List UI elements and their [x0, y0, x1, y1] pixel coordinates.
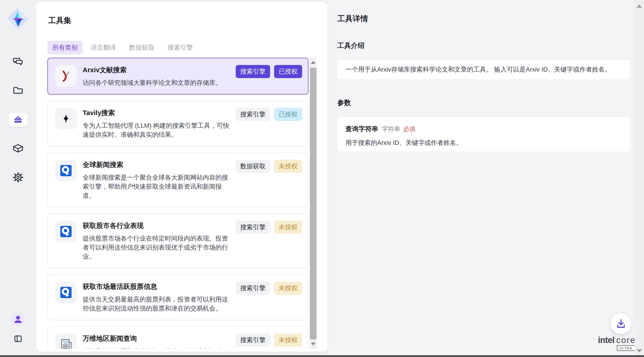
params-heading: 参数 — [337, 98, 634, 107]
blue-q-app-icon — [55, 221, 77, 242]
tool-name: Arxiv文献搜索 — [83, 65, 222, 75]
user-avatar[interactable] — [11, 313, 25, 326]
core-wordmark: core — [616, 335, 636, 345]
scroll-down-arrow-icon[interactable] — [311, 343, 316, 346]
category-badge: 数据获取 — [236, 160, 270, 173]
list-item-sector-performance[interactable]: 获取股市各行业表现 提供股票市场各个行业在特定时间段内的表现。投资者可以利用这些… — [48, 214, 308, 268]
parameter-description: 用于搜索的Arxiv ID、关键字或作者姓名。 — [346, 139, 622, 147]
toolset-panel: 工具集 所有类别 语言翻译 数据获取 搜索引擎 Arxiv文献搜索 — [36, 2, 327, 352]
intel-wordmark: intel — [598, 335, 614, 345]
category-tabs: 所有类别 语言翻译 数据获取 搜索引擎 — [48, 41, 198, 54]
category-badge: 搜索引擎 — [236, 221, 270, 234]
tab-translation[interactable]: 语言翻译 — [86, 41, 121, 54]
chat-icon — [12, 55, 24, 67]
app-window: 工具集 所有类别 语言翻译 数据获取 搜索引擎 Arxiv文献搜索 — [0, 0, 644, 357]
scroll-down-arrow-icon[interactable] — [636, 349, 642, 353]
parameter-name: 查询字符串 — [346, 125, 378, 134]
tool-description: 全球新闻搜索是一个聚合全球各大新闻网站内容的搜索引擎，帮助用户快速获取全球最新资… — [83, 173, 234, 200]
gear-icon — [12, 172, 24, 183]
tool-name: 全球新闻搜索 — [83, 160, 234, 169]
status-badge: 未授权 — [274, 282, 302, 295]
parameter-type: 字符串 — [382, 125, 400, 133]
status-badge: 未授权 — [274, 221, 302, 234]
sidebar-item-tools[interactable] — [8, 113, 28, 127]
tool-description: 访问各个研究领域大量科学论文和文章的存储库。 — [83, 78, 222, 87]
sidebar-item-chat[interactable] — [8, 54, 28, 68]
category-badge: 搜索引擎 — [236, 65, 270, 78]
tool-description: 提供当天交易量最高的股票列表，投资者可以利用这些信息来识别流动性强的股票和潜在的… — [83, 295, 234, 313]
download-icon — [616, 318, 626, 329]
collapse-panel-button[interactable] — [8, 332, 28, 346]
tab-search-engine[interactable]: 搜索引擎 — [162, 41, 198, 54]
tool-name: 获取股市各行业表现 — [83, 221, 234, 230]
blue-q-app-icon — [55, 282, 77, 303]
tool-description: 查询具体行政区划内的新闻，快速了解各地新闻动态。 — [83, 347, 234, 349]
scrollbar-thumb[interactable] — [310, 68, 316, 340]
status-badge: 已授权 — [274, 108, 302, 121]
list-item-local-news[interactable]: LOCAL NEW 万维地区新闻查询 查询具体行政区划内的新闻，快速了解各地新闻… — [48, 326, 308, 349]
tool-list: Arxiv文献搜索 访问各个研究领域大量科学论文和文章的存储库。 搜索引擎 已授… — [48, 58, 308, 349]
category-badge: 搜索引擎 — [236, 108, 270, 121]
intel-core-ultra-logo: intel core ULTRA — [598, 335, 634, 345]
blue-q-app-icon — [55, 160, 77, 181]
sidebar-layout-icon — [13, 334, 23, 344]
intro-text: 一个用于从Arxiv存储库搜索科学论文和文章的工具。 输入可以是Arxiv ID… — [346, 65, 611, 74]
tool-description: 专为人工智能代理 (LLM) 构建的搜索引擎工具，可快速提供实时、准确和真实的结… — [83, 121, 234, 139]
local-news-icon: LOCAL NEW — [55, 334, 77, 349]
cube-icon — [12, 143, 24, 154]
status-badge: 已授权 — [274, 65, 302, 78]
category-badge: 搜索引擎 — [236, 282, 270, 295]
ultra-badge: ULTRA — [617, 345, 635, 351]
sidebar-item-models[interactable] — [8, 141, 28, 155]
folder-icon — [12, 85, 24, 96]
category-badge: 搜索引擎 — [236, 334, 270, 347]
required-badge: 必填 — [403, 125, 416, 133]
arxiv-logo-icon — [55, 65, 77, 87]
window-bottom-edge — [0, 355, 644, 357]
sidebar-item-settings[interactable] — [8, 170, 28, 184]
list-item-active-stocks[interactable]: 获取市场最活跃股票信息 提供当天交易量最高的股票列表，投资者可以利用这些信息来识… — [48, 274, 308, 320]
sparkle-star-icon — [55, 108, 77, 129]
tab-data-fetch[interactable]: 数据获取 — [124, 41, 160, 54]
page-title: 工具集 — [48, 15, 71, 26]
download-button[interactable] — [610, 313, 631, 334]
toolbox-icon — [12, 114, 24, 125]
tool-name: 万维地区新闻查询 — [83, 334, 234, 343]
tool-name: 获取市场最活跃股票信息 — [83, 282, 234, 291]
scroll-up-arrow-icon[interactable] — [636, 4, 642, 8]
sidebar-item-files[interactable] — [8, 83, 28, 97]
list-item-tavily[interactable]: Tavily搜索 专为人工智能代理 (LLM) 构建的搜索引擎工具，可快速提供实… — [48, 101, 308, 146]
window-scrollbar[interactable] — [634, 0, 644, 357]
intro-heading: 工具介绍 — [337, 41, 634, 50]
parameter-card: 查询字符串 字符串 必填 用于搜索的Arxiv ID、关键字或作者姓名。 — [337, 117, 630, 151]
detail-title: 工具详情 — [337, 13, 634, 24]
tool-detail-pane: 工具详情 工具介绍 一个用于从Arxiv存储库搜索科学论文和文章的工具。 输入可… — [327, 0, 634, 357]
tool-list-scrollbar[interactable] — [310, 58, 316, 349]
scroll-up-arrow-icon[interactable] — [311, 61, 316, 64]
tool-description: 提供股票市场各个行业在特定时间段内的表现。投资者可以利用这些信息来识别表现优于或… — [83, 234, 234, 261]
tab-all-categories[interactable]: 所有类别 — [48, 41, 83, 54]
left-sidebar — [0, 0, 36, 357]
status-badge: 未授权 — [274, 334, 302, 347]
list-item-arxiv[interactable]: Arxiv文献搜索 访问各个研究领域大量科学论文和文章的存储库。 搜索引擎 已授… — [48, 58, 308, 94]
list-item-global-news[interactable]: 全球新闻搜索 全球新闻搜索是一个聚合全球各大新闻网站内容的搜索引擎，帮助用户快速… — [48, 153, 308, 207]
svg-text:NEW: NEW — [64, 342, 68, 344]
intro-card: 一个用于从Arxiv存储库搜索科学论文和文章的工具。 输入可以是Arxiv ID… — [337, 60, 630, 79]
tool-name: Tavily搜索 — [83, 108, 234, 118]
app-logo-icon — [7, 7, 29, 30]
status-badge: 未授权 — [274, 160, 302, 173]
